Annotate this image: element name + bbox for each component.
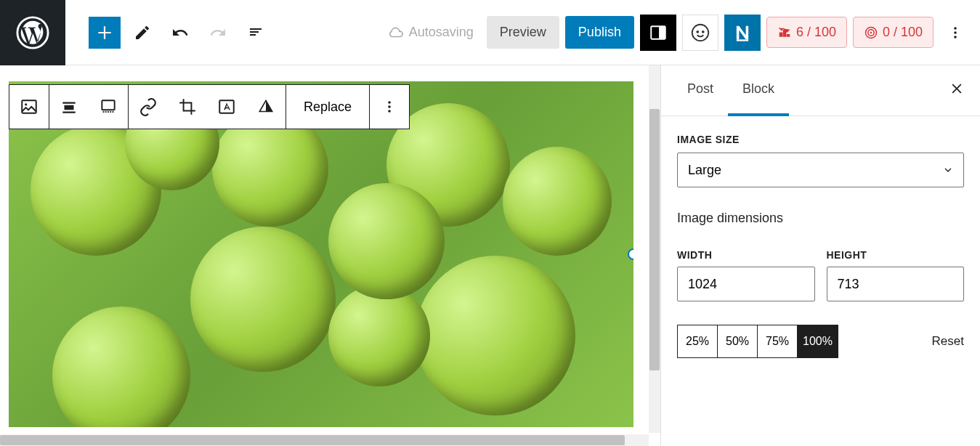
target-icon (864, 25, 878, 40)
edit-mode-button[interactable] (126, 17, 158, 49)
width-label: WIDTH (677, 249, 815, 261)
pct-75-button[interactable]: 75% (758, 325, 798, 357)
align-icon (60, 97, 78, 116)
cloud-icon (387, 25, 403, 41)
sidebar-icon (649, 23, 668, 42)
image-block-icon (20, 97, 39, 116)
text-overlay-icon (217, 97, 236, 116)
kebab-icon (947, 24, 964, 41)
seo-score-2[interactable]: 0 / 100 (853, 17, 934, 48)
kebab-icon (381, 98, 398, 115)
svg-rect-21 (219, 100, 234, 113)
svg-point-17 (105, 111, 107, 113)
link-button[interactable] (129, 85, 168, 129)
list-icon (247, 24, 264, 41)
document-outline-button[interactable] (240, 17, 272, 49)
block-type-button[interactable] (9, 85, 49, 129)
autosave-label: Autosaving (409, 25, 474, 40)
pencil-icon (134, 24, 151, 41)
svg-rect-15 (102, 100, 114, 110)
redo-button[interactable] (202, 17, 234, 49)
svg-rect-13 (22, 100, 36, 113)
svg-rect-2 (659, 26, 665, 38)
plus-icon (95, 23, 114, 42)
svg-point-19 (110, 111, 111, 113)
more-options-button[interactable] (939, 17, 971, 49)
svg-point-4 (696, 30, 699, 33)
wordpress-icon (16, 16, 49, 49)
autosave-status: Autosaving (387, 25, 474, 41)
align-button[interactable] (49, 85, 89, 129)
svg-point-18 (108, 111, 109, 113)
crop-icon (178, 97, 197, 116)
preview-button[interactable]: Preview (487, 16, 559, 49)
text-overlay-button[interactable] (207, 85, 246, 129)
image-size-label: IMAGE SIZE (677, 134, 964, 145)
tab-block[interactable]: Block (728, 65, 789, 116)
replace-button[interactable]: Replace (286, 85, 369, 129)
svg-point-12 (954, 36, 957, 38)
svg-point-16 (102, 111, 104, 113)
scrollbar-horizontal[interactable] (0, 434, 649, 446)
undo-button[interactable] (164, 17, 196, 49)
duotone-icon (256, 97, 275, 116)
link-icon (139, 97, 158, 116)
sidebar-close-button[interactable] (945, 79, 968, 102)
svg-point-3 (692, 24, 709, 41)
height-label: HEIGHT (827, 249, 965, 261)
scrollbar-thumb-horizontal[interactable] (0, 435, 625, 445)
close-icon (949, 81, 964, 96)
crop-button[interactable] (168, 85, 207, 129)
block-more-button[interactable] (370, 85, 409, 129)
add-block-button[interactable] (89, 17, 121, 49)
monkey-icon (689, 22, 711, 44)
svg-point-23 (388, 105, 391, 108)
svg-point-22 (388, 101, 391, 104)
svg-point-9 (870, 31, 872, 33)
percent-group: 25% 50% 75% 100% (677, 325, 838, 358)
pct-50-button[interactable]: 50% (718, 325, 758, 357)
pct-100-button[interactable]: 100% (798, 325, 838, 357)
scrollbar-thumb-vertical[interactable] (649, 109, 660, 370)
svg-point-10 (954, 27, 957, 30)
redo-icon (209, 24, 227, 41)
rankmath-button[interactable] (682, 15, 718, 51)
chart-icon (777, 25, 792, 40)
image-dimensions-label: Image dimensions (677, 211, 964, 226)
settings-sidebar: Post Block IMAGE SIZE Large Image dimens… (660, 65, 980, 446)
width-input[interactable] (677, 267, 815, 301)
n-icon (732, 23, 753, 43)
pct-25-button[interactable]: 25% (678, 325, 718, 357)
editor-canvas[interactable]: Replace (0, 65, 660, 446)
publish-button[interactable]: Publish (565, 16, 634, 49)
image-size-select[interactable]: Large (677, 153, 964, 187)
block-toolbar: Replace (9, 84, 410, 129)
n-plugin-button[interactable] (724, 15, 761, 51)
svg-rect-6 (737, 39, 748, 41)
duotone-button[interactable] (246, 85, 286, 129)
seo-score-1[interactable]: 6 / 100 (766, 17, 847, 48)
reset-button[interactable]: Reset (932, 334, 964, 349)
undo-icon (171, 24, 189, 41)
svg-point-5 (702, 30, 705, 33)
seo-score-value-1: 6 / 100 (796, 25, 836, 40)
seo-score-value-2: 0 / 100 (883, 25, 923, 40)
image-block[interactable] (9, 81, 633, 427)
wordpress-logo[interactable] (0, 0, 65, 65)
caption-button[interactable] (89, 85, 128, 129)
resize-handle-right[interactable] (628, 248, 633, 260)
scrollbar-vertical[interactable] (649, 65, 660, 433)
svg-point-11 (954, 31, 957, 34)
svg-point-14 (25, 103, 27, 105)
svg-point-20 (112, 111, 113, 113)
tab-post[interactable]: Post (673, 65, 728, 116)
caption-icon (99, 97, 118, 116)
sidebar-toggle-button[interactable] (640, 15, 676, 51)
height-input[interactable] (827, 267, 965, 301)
svg-point-24 (388, 110, 391, 113)
